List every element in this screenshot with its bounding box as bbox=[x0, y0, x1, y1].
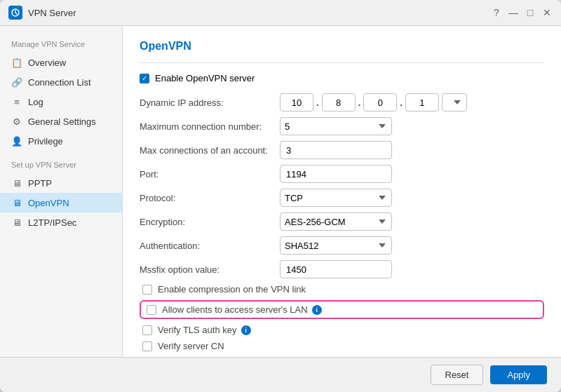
window-controls: ? — □ ✕ bbox=[491, 7, 553, 18]
protocol-row: Protocol: TCP UDP bbox=[140, 189, 544, 207]
pptp-icon: 🖥 bbox=[11, 177, 22, 189]
mssfix-input[interactable] bbox=[280, 260, 392, 278]
verify-tls-label: Verify TLS auth key i bbox=[158, 325, 251, 335]
titlebar: VPN Server ? — □ ✕ bbox=[0, 0, 561, 26]
window-title: VPN Server bbox=[28, 8, 485, 18]
verify-cn-row: Verify server CN bbox=[140, 341, 544, 351]
ip-dot-1: . bbox=[316, 97, 319, 108]
verify-tls-row: Verify TLS auth key i bbox=[140, 325, 544, 335]
close-button[interactable]: ✕ bbox=[541, 7, 553, 18]
max-conn-select[interactable]: 5 10 20 bbox=[280, 117, 392, 135]
sidebar-item-privilege[interactable]: 👤 Privilege bbox=[0, 131, 122, 151]
verify-cn-label: Verify server CN bbox=[158, 341, 224, 351]
enable-openvpn-label: Enable OpenVPN server bbox=[155, 73, 255, 83]
maximize-button[interactable]: □ bbox=[525, 7, 536, 18]
protocol-label: Protocol: bbox=[140, 193, 280, 203]
ip-octet-4[interactable] bbox=[405, 93, 439, 111]
compression-label: Enable compression on the VPN link bbox=[158, 284, 306, 295]
reset-button[interactable]: Reset bbox=[431, 365, 484, 385]
max-conn-row: Maximum connection number: 5 10 20 bbox=[140, 117, 544, 135]
main-content: OpenVPN ✓ Enable OpenVPN server Dynamic … bbox=[123, 26, 561, 357]
sidebar-item-overview[interactable]: 📋 Overview bbox=[0, 53, 122, 72]
sidebar-item-general-settings[interactable]: ⚙ General Settings bbox=[0, 111, 122, 131]
footer: Reset Apply bbox=[0, 357, 561, 392]
verify-cn-checkbox[interactable] bbox=[142, 342, 152, 351]
mssfix-label: Mssfix option value: bbox=[140, 264, 280, 275]
sidebar-item-l2tp-label: L2TP/IPSec bbox=[28, 217, 76, 228]
allow-lan-label: Allow clients to access server's LAN i bbox=[162, 304, 322, 315]
log-icon: ≡ bbox=[11, 96, 22, 107]
compression-row: Enable compression on the VPN link bbox=[140, 284, 544, 295]
sidebar-item-l2tp[interactable]: 🖥 L2TP/IPSec bbox=[0, 212, 122, 232]
apply-button[interactable]: Apply bbox=[490, 365, 547, 384]
ip-suffix-select[interactable] bbox=[442, 93, 467, 111]
max-account-input[interactable] bbox=[280, 141, 392, 159]
compression-checkbox[interactable] bbox=[142, 285, 152, 295]
encryption-row: Encryption: AES-256-GCM AES-128-CBC bbox=[140, 212, 544, 231]
manage-section-label: Manage VPN Service bbox=[0, 37, 122, 53]
overview-icon: 📋 bbox=[11, 57, 22, 68]
port-label: Port: bbox=[140, 169, 280, 180]
sidebar-item-openvpn-label: OpenVPN bbox=[28, 198, 69, 208]
max-account-row: Max connections of an account: bbox=[140, 141, 544, 159]
sidebar: Manage VPN Service 📋 Overview 🔗 Connecti… bbox=[0, 26, 123, 357]
ip-dot-3: . bbox=[400, 97, 403, 108]
title-divider bbox=[140, 62, 544, 63]
sidebar-item-overview-label: Overview bbox=[28, 58, 66, 68]
help-button[interactable]: ? bbox=[491, 7, 502, 18]
ip-octet-1[interactable] bbox=[280, 93, 313, 111]
connection-list-icon: 🔗 bbox=[11, 76, 22, 88]
sidebar-item-settings-label: General Settings bbox=[28, 116, 96, 127]
minimize-button[interactable]: — bbox=[508, 7, 519, 18]
mssfix-row: Mssfix option value: bbox=[140, 260, 544, 278]
max-conn-label: Maximum connection number: bbox=[140, 121, 280, 132]
app-icon bbox=[8, 6, 22, 20]
allow-lan-checkbox[interactable] bbox=[147, 305, 156, 315]
openvpn-icon: 🖥 bbox=[11, 197, 22, 208]
verify-tls-checkbox[interactable] bbox=[142, 325, 152, 335]
enable-openvpn-row: ✓ Enable OpenVPN server bbox=[140, 73, 544, 83]
privilege-icon: 👤 bbox=[11, 135, 22, 147]
allow-lan-info-icon[interactable]: i bbox=[312, 305, 322, 315]
sidebar-item-log[interactable]: ≡ Log bbox=[0, 92, 122, 111]
port-input[interactable] bbox=[280, 165, 392, 183]
enable-openvpn-checkbox[interactable]: ✓ bbox=[140, 74, 149, 83]
l2tp-icon: 🖥 bbox=[11, 217, 22, 228]
sidebar-item-privilege-label: Privilege bbox=[28, 136, 63, 147]
sidebar-item-openvpn[interactable]: 🖥 OpenVPN bbox=[0, 193, 122, 212]
allow-lan-row: Allow clients to access server's LAN i bbox=[140, 300, 544, 319]
authentication-row: Authentication: SHA512 SHA256 bbox=[140, 236, 544, 255]
sidebar-item-pptp[interactable]: 🖥 PPTP bbox=[0, 173, 122, 193]
protocol-select[interactable]: TCP UDP bbox=[280, 189, 392, 207]
authentication-label: Authentication: bbox=[140, 241, 280, 251]
authentication-select[interactable]: SHA512 SHA256 bbox=[280, 236, 392, 255]
dynamic-ip-control: . . . bbox=[280, 93, 467, 111]
vpn-server-window: VPN Server ? — □ ✕ Manage VPN Service 📋 … bbox=[0, 0, 561, 392]
ip-octet-2[interactable] bbox=[322, 93, 356, 111]
settings-icon: ⚙ bbox=[11, 116, 22, 127]
verify-tls-info-icon[interactable]: i bbox=[241, 325, 251, 335]
sidebar-item-connection-label: Connection List bbox=[28, 77, 91, 88]
setup-section-label: Set up VPN Server bbox=[0, 158, 122, 173]
sidebar-item-log-label: Log bbox=[28, 97, 43, 107]
encryption-label: Encryption: bbox=[140, 217, 280, 227]
sidebar-item-pptp-label: PPTP bbox=[28, 178, 52, 189]
port-row: Port: bbox=[140, 165, 544, 183]
dynamic-ip-row: Dynamic IP address: . . . bbox=[140, 93, 544, 111]
ip-dot-2: . bbox=[358, 97, 361, 108]
dynamic-ip-label: Dynamic IP address: bbox=[140, 97, 280, 108]
encryption-select[interactable]: AES-256-GCM AES-128-CBC bbox=[280, 212, 392, 231]
page-title: OpenVPN bbox=[140, 40, 544, 53]
sidebar-item-connection-list[interactable]: 🔗 Connection List bbox=[0, 72, 122, 92]
content-area: Manage VPN Service 📋 Overview 🔗 Connecti… bbox=[0, 26, 561, 357]
ip-octet-3[interactable] bbox=[363, 93, 397, 111]
max-account-label: Max connections of an account: bbox=[140, 145, 280, 156]
